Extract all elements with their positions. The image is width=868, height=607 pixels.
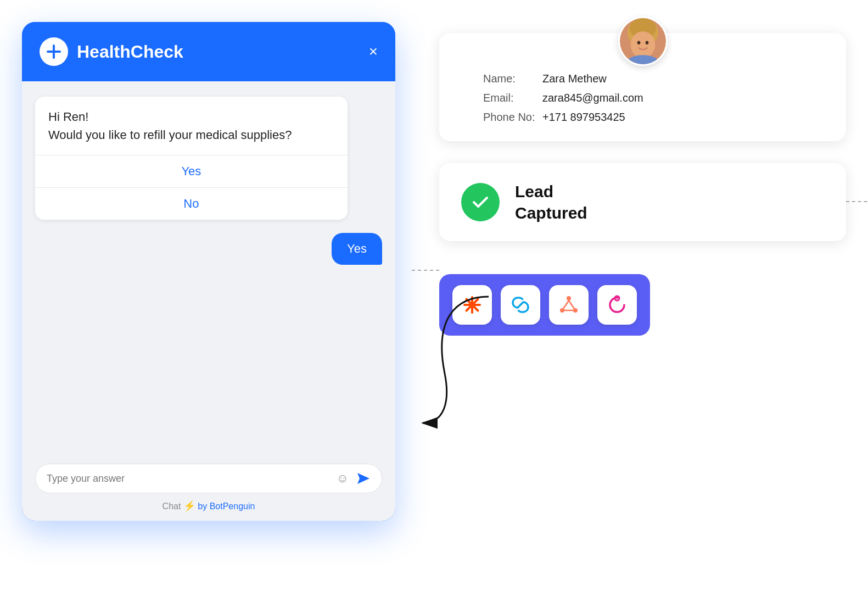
chat-widget: HealthCheck × Hi Ren!Would you like to r…: [22, 22, 395, 521]
svg-point-7: [630, 31, 655, 58]
hubspot-icon[interactable]: [549, 285, 589, 325]
chat-input-area: ☺: [35, 464, 382, 493]
contact-phone-row: Phone No: +171 897953425: [483, 111, 824, 124]
contact-info: Name: Zara Methew Email: zara845@gmail.c…: [483, 73, 824, 124]
svg-line-15: [518, 303, 523, 307]
email-label: Email:: [483, 92, 538, 104]
lead-check-icon: [461, 183, 500, 221]
lead-card: LeadCaptured: [439, 163, 846, 241]
phone-value: +171 897953425: [542, 111, 625, 124]
email-value: zara845@gmail.com: [542, 92, 643, 104]
chat-logo: [40, 37, 68, 66]
powered-by: Chat ⚡ by BotPenguin: [35, 493, 382, 521]
chat-header: HealthCheck ×: [22, 22, 395, 81]
option-yes-button[interactable]: Yes: [35, 155, 348, 188]
emoji-button[interactable]: ☺: [337, 471, 349, 486]
lead-captured-text: LeadCaptured: [515, 181, 587, 224]
close-button[interactable]: ×: [369, 44, 378, 59]
chat-input[interactable]: [47, 473, 330, 485]
option-no-button[interactable]: No: [35, 188, 348, 220]
chat-body: Hi Ren!Would you like to refill your med…: [22, 81, 395, 455]
svg-point-16: [567, 296, 571, 300]
svg-point-9: [645, 41, 648, 45]
bot-message-text: Hi Ren!Would you like to refill your med…: [35, 97, 348, 155]
user-message-wrapper: Yes: [35, 233, 382, 265]
name-label: Name:: [483, 73, 538, 85]
curved-arrow-svg: [401, 264, 511, 428]
chat-title: HealthCheck: [77, 42, 360, 62]
contact-card: Name: Zara Methew Email: zara845@gmail.c…: [439, 33, 846, 141]
send-button[interactable]: [355, 471, 371, 486]
name-value: Zara Methew: [542, 73, 607, 85]
svg-line-20: [569, 300, 574, 309]
chat-footer: ☺ Chat ⚡ by BotPenguin: [22, 455, 395, 521]
clockwise-icon[interactable]: [597, 285, 637, 325]
svg-marker-2: [357, 473, 369, 484]
contact-name-row: Name: Zara Methew: [483, 73, 824, 85]
contact-email-row: Email: zara845@gmail.com: [483, 92, 824, 104]
svg-point-8: [637, 41, 640, 45]
contact-avatar: [618, 16, 668, 66]
svg-line-19: [563, 300, 569, 309]
user-message-bubble: Yes: [332, 233, 382, 265]
phone-label: Phone No:: [483, 111, 538, 124]
bot-message-bubble: Hi Ren!Would you like to refill your med…: [35, 97, 348, 220]
page-container: HealthCheck × Hi Ren!Would you like to r…: [0, 0, 868, 607]
bot-message-options: Yes No: [35, 155, 348, 220]
